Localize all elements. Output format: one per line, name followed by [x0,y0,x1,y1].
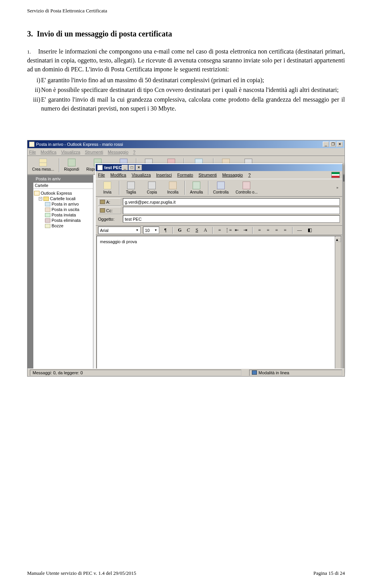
compose-menu-messaggio[interactable]: Messaggio [222,173,243,177]
minimize-button[interactable]: _ [323,142,329,147]
chevron-down-icon: ▼ [136,228,139,232]
number-list-button[interactable]: ≡ [216,227,224,234]
tree-outlook-express[interactable]: Outlook Express [34,190,92,196]
roman-text: E' garantito l'invio fino ad un massimo … [41,77,264,83]
address-book-icon [100,208,105,213]
cc-input[interactable] [123,207,340,214]
outlook-express-icon [34,191,40,195]
compose-body[interactable]: messaggio di prova ▴ ▾ [96,236,341,375]
copy-icon [148,182,156,189]
align-left-button[interactable]: ≡ [256,227,264,234]
compose-maximize-button[interactable]: □ [129,165,135,170]
compose-menu-help[interactable]: ? [248,173,251,177]
address-book-icon [100,200,105,204]
tree-deleted[interactable]: Posta eliminata [34,218,92,223]
roman-marker: iii) [31,95,40,104]
menu-strumenti[interactable]: Strumenti [85,150,103,154]
font-size-select[interactable]: 10 ▼ [143,227,159,234]
align-justify-button[interactable]: ≡ [281,227,289,234]
menu-help[interactable]: ? [133,150,135,154]
italic-button[interactable]: C [184,227,192,234]
font-color-button[interactable]: A [202,227,209,234]
send-button[interactable]: Invia [97,179,117,196]
tree-sent[interactable]: Posta inviata [34,212,92,218]
tree-drafts[interactable]: Bozze [34,223,92,228]
vertical-scrollbar[interactable]: ▴ ▾ [335,236,341,375]
envelope-icon [39,159,47,166]
folder-header: Posta in arriv [33,175,93,183]
copy-button[interactable]: Copia [142,179,162,196]
compose-minimize-button[interactable]: _ [122,165,128,170]
align-center-button[interactable]: ≡ [264,227,272,234]
menu-visualizza[interactable]: Visualizza [61,150,80,154]
paragraph-style-button[interactable]: ¶ [162,227,169,234]
tree-outbox[interactable]: Posta in uscita [34,207,92,212]
tree-local-folders[interactable]: − Cartelle locali [34,196,92,201]
compose-menu-file[interactable]: File [98,173,105,177]
roman-marker: ii) [31,85,40,94]
align-right-button[interactable]: ≡ [273,227,281,234]
insert-image-button[interactable]: ◧ [306,227,313,234]
paste-button[interactable]: Incolla [163,179,183,196]
cut-button[interactable]: Taglia [121,179,141,196]
reply-button[interactable]: Rispondi [61,157,83,174]
section-heading: Invio di un messaggio di posta certifica… [37,29,172,38]
reply-icon [68,159,76,166]
indent-button[interactable]: ⇥ [241,227,249,234]
restore-button[interactable]: ❐ [330,142,336,147]
main-menubar: File Modifica Visualizza Strumenti Messa… [28,148,344,156]
cc-button[interactable]: Cc: [98,207,121,214]
outdent-button[interactable]: ⇤ [233,227,241,234]
outlook-bar[interactable] [28,175,33,368]
main-titlebar[interactable]: Posta in arrivo - Outlook Express - mari… [28,140,344,148]
tree-inbox[interactable]: Posta in arrivo [34,201,92,207]
undo-button[interactable]: Annulla [186,179,207,196]
roman-list: i) E' garantito l'invio fino ad un massi… [27,76,345,113]
footer-left: Manuale Utente servizio di PEC v. 1.4 de… [27,570,136,576]
compose-close-button[interactable]: × [136,165,142,170]
separator [252,227,253,234]
to-button[interactable]: A: [98,198,121,206]
compose-icon [97,165,103,170]
compose-titlebar[interactable]: test PEC _ □ × [96,164,342,171]
more-toolbar-button[interactable]: » [334,184,341,191]
bold-button[interactable]: G [176,227,184,234]
compose-header-fields: A: Cc: Oggetto: [96,197,342,226]
compose-menu-strumenti[interactable]: Strumenti [198,173,217,177]
roman-text: Non è possibile specificare destinatari … [41,86,339,93]
toolbar-separator [184,181,185,195]
folder-panel: Posta in arriv Cartelle Outlook Express … [33,175,93,368]
hr-button[interactable]: — [296,227,303,234]
menu-messaggio[interactable]: Messaggio [108,150,128,154]
drafts-icon [45,224,50,228]
subject-row: Oggetto: [98,215,340,223]
compose-menu-modifica[interactable]: Modifica [110,173,126,177]
compose-title: test PEC [104,165,122,170]
roman-text: E' garantito l'invio di mail la cui gran… [41,96,345,112]
connection-icon [252,370,257,375]
spellcheck-icon [243,182,250,189]
font-select[interactable]: Arial ▼ [98,227,141,234]
subject-input[interactable] [123,215,340,223]
to-input[interactable] [123,198,340,206]
collapse-icon[interactable]: − [39,197,42,201]
compose-menu-formato[interactable]: Formato [177,173,193,177]
new-message-button[interactable]: Crea mess... [29,157,57,174]
work-area: Posta in arriv Cartelle Outlook Express … [28,175,344,368]
close-button[interactable]: × [337,142,343,147]
check-names-button[interactable]: Controlla [210,179,232,196]
bullet-list-button[interactable]: ⋮≡ [224,227,232,234]
trash-icon [45,218,50,223]
menu-file[interactable]: File [29,150,36,154]
spellcheck-button[interactable]: Controllo o... [232,179,261,196]
compose-window: test PEC _ □ × File Modifica Visualizza … [95,163,343,373]
menu-modifica[interactable]: Modifica [41,150,57,154]
compose-menu-visualizza[interactable]: Visualizza [132,173,151,177]
language-flag-icon[interactable] [331,172,340,178]
compose-menu-inserisci[interactable]: Inserisci [156,173,172,177]
toolbar-separator [119,181,119,195]
scroll-up-button[interactable]: ▴ [336,237,341,242]
cartelle-label: Cartelle [33,183,93,189]
folder-icon [43,197,49,201]
underline-button[interactable]: S [193,227,201,234]
